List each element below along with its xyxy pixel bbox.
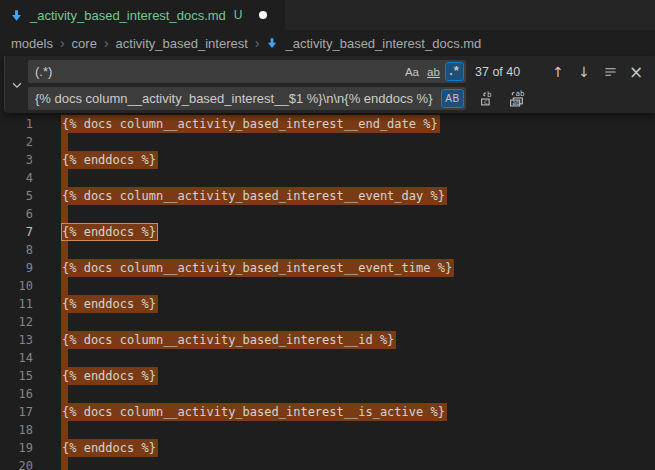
breadcrumb: models › core › activity_based_interest … bbox=[0, 30, 655, 56]
line-number: 16 bbox=[0, 385, 33, 403]
code-line[interactable]: 15{% enddocs %} bbox=[0, 367, 655, 385]
next-match-button[interactable]: ↓ bbox=[575, 62, 593, 82]
find-match-highlight: {% docs column__activity_based_interest_… bbox=[61, 331, 396, 349]
empty-line-match-highlight bbox=[61, 457, 68, 470]
code-line[interactable]: 11{% enddocs %} bbox=[0, 295, 655, 313]
svg-text:ab: ab bbox=[512, 99, 520, 107]
empty-line-match-highlight bbox=[61, 133, 68, 151]
line-number: 18 bbox=[0, 421, 33, 439]
code-line[interactable]: 12 bbox=[0, 313, 655, 331]
code-line[interactable]: 8 bbox=[0, 241, 655, 259]
tab-bar: _activity_based_interest_docs.md U bbox=[0, 0, 655, 30]
find-match-highlight: {% docs column__activity_based_interest_… bbox=[61, 259, 454, 277]
line-number: 19 bbox=[0, 439, 33, 457]
replace-all-button[interactable]: ab ab bbox=[506, 89, 526, 109]
code-line[interactable]: 10 bbox=[0, 277, 655, 295]
code-line[interactable]: 9{% docs column__activity_based_interest… bbox=[0, 259, 655, 277]
tab-active-file[interactable]: _activity_based_interest_docs.md U bbox=[0, 0, 285, 30]
code-line[interactable]: 1{% docs column__activity_based_interest… bbox=[0, 115, 655, 133]
unsaved-dot-icon[interactable] bbox=[259, 11, 267, 19]
line-number: 8 bbox=[0, 241, 33, 259]
empty-line-match-highlight bbox=[61, 277, 68, 295]
find-in-selection-button[interactable] bbox=[601, 62, 619, 82]
match-count: 37 of 40 bbox=[475, 65, 520, 79]
chevron-right-icon: › bbox=[104, 36, 109, 50]
replace-button[interactable]: b c bbox=[477, 89, 497, 109]
line-number: 2 bbox=[0, 133, 33, 151]
chevron-right-icon: › bbox=[255, 36, 260, 50]
empty-line-match-highlight bbox=[61, 385, 68, 403]
breadcrumb-item-folder[interactable]: activity_based_interest bbox=[116, 36, 248, 51]
find-input[interactable]: (.*) Aa ab .* bbox=[28, 60, 466, 83]
find-match-highlight: {% enddocs %} bbox=[61, 439, 158, 457]
replace-row: {% docs column__activity_based_interest_… bbox=[28, 87, 646, 110]
close-icon[interactable]: × bbox=[627, 62, 645, 82]
code-line[interactable]: 4 bbox=[0, 169, 655, 187]
empty-line-match-highlight bbox=[61, 169, 68, 187]
line-number: 5 bbox=[0, 187, 33, 205]
empty-line-match-highlight bbox=[61, 313, 68, 331]
find-match-highlight: {% docs column__activity_based_interest_… bbox=[61, 403, 447, 421]
find-query-text: (.*) bbox=[35, 64, 402, 79]
code-line[interactable]: 14 bbox=[0, 349, 655, 367]
empty-line-match-highlight bbox=[61, 205, 68, 223]
line-number: 3 bbox=[0, 151, 33, 169]
line-number: 11 bbox=[0, 295, 33, 313]
current-find-match: {% enddocs %} bbox=[61, 223, 158, 241]
empty-line-match-highlight bbox=[61, 421, 68, 439]
line-number: 12 bbox=[0, 313, 33, 331]
code-line[interactable]: 13{% docs column__activity_based_interes… bbox=[0, 331, 655, 349]
code-line[interactable]: 17{% docs column__activity_based_interes… bbox=[0, 403, 655, 421]
breadcrumb-item-models[interactable]: models bbox=[11, 36, 53, 51]
breadcrumb-item-file[interactable]: _activity_based_interest_docs.md bbox=[285, 36, 481, 51]
line-number: 4 bbox=[0, 169, 33, 187]
editor-pane[interactable]: 1{% docs column__activity_based_interest… bbox=[0, 115, 655, 470]
breadcrumb-item-core[interactable]: core bbox=[72, 36, 97, 51]
find-match-highlight: {% enddocs %} bbox=[61, 367, 158, 385]
code-line[interactable]: 19{% enddocs %} bbox=[0, 439, 655, 457]
vscode-window: _activity_based_interest_docs.md U model… bbox=[0, 0, 655, 470]
empty-line-match-highlight bbox=[61, 241, 68, 259]
line-number: 14 bbox=[0, 349, 33, 367]
code-line[interactable]: 16 bbox=[0, 385, 655, 403]
empty-line-match-highlight bbox=[61, 349, 68, 367]
line-number: 10 bbox=[0, 277, 33, 295]
find-row: (.*) Aa ab .* 37 of 40 ↑ ↓ bbox=[28, 60, 646, 83]
code-line[interactable]: 5{% docs column__activity_based_interest… bbox=[0, 187, 655, 205]
regex-button[interactable]: .* bbox=[445, 62, 464, 81]
line-number: 9 bbox=[0, 259, 33, 277]
find-match-highlight: {% enddocs %} bbox=[61, 151, 158, 169]
line-number: 20 bbox=[0, 457, 33, 470]
previous-match-button[interactable]: ↑ bbox=[549, 62, 567, 82]
find-match-highlight: {% docs column__activity_based_interest_… bbox=[61, 115, 440, 133]
whole-word-button[interactable]: ab bbox=[424, 62, 443, 81]
tab-filename: _activity_based_interest_docs.md bbox=[30, 8, 226, 23]
line-number: 13 bbox=[0, 331, 33, 349]
code-line[interactable]: 7{% enddocs %} bbox=[0, 223, 655, 241]
chevron-right-icon: › bbox=[60, 36, 65, 50]
svg-text:ab: ab bbox=[515, 90, 524, 98]
code-line[interactable]: 3{% enddocs %} bbox=[0, 151, 655, 169]
svg-text:c: c bbox=[483, 98, 487, 106]
git-status-badge: U bbox=[234, 8, 243, 22]
line-number: 1 bbox=[0, 115, 33, 133]
line-number: 17 bbox=[0, 403, 33, 421]
code-line[interactable]: 6 bbox=[0, 205, 655, 223]
find-match-highlight: {% enddocs %} bbox=[61, 295, 158, 313]
line-number: 15 bbox=[0, 367, 33, 385]
code-line[interactable]: 20 bbox=[0, 457, 655, 470]
code-line[interactable]: 2 bbox=[0, 133, 655, 151]
preserve-case-button[interactable]: AB bbox=[441, 89, 464, 108]
line-number: 6 bbox=[0, 205, 33, 223]
code-line[interactable]: 18 bbox=[0, 421, 655, 439]
replace-value-text: {% docs column__activity_based_interest_… bbox=[35, 91, 441, 106]
markdown-file-icon bbox=[266, 37, 278, 49]
replace-input[interactable]: {% docs column__activity_based_interest_… bbox=[28, 87, 466, 110]
toggle-replace-button[interactable] bbox=[5, 56, 28, 113]
markdown-file-icon bbox=[10, 9, 23, 22]
svg-text:b: b bbox=[486, 90, 491, 99]
find-match-highlight: {% docs column__activity_based_interest_… bbox=[61, 187, 447, 205]
line-number: 7 bbox=[0, 223, 33, 241]
match-case-button[interactable]: Aa bbox=[402, 62, 422, 81]
find-replace-widget: (.*) Aa ab .* 37 of 40 ↑ ↓ bbox=[4, 56, 655, 113]
